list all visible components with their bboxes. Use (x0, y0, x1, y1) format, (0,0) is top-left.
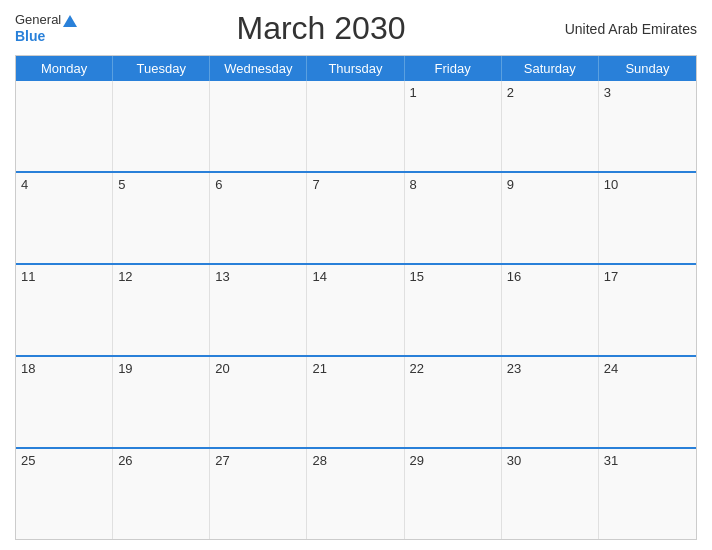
day-cell-25: 25 (16, 449, 113, 539)
header-saturday: Saturday (502, 56, 599, 81)
day-cell-empty (307, 81, 404, 171)
header-tuesday: Tuesday (113, 56, 210, 81)
day-cell-23: 23 (502, 357, 599, 447)
logo-triangle-icon (63, 15, 77, 27)
day-cell-8: 8 (405, 173, 502, 263)
day-cell-15: 15 (405, 265, 502, 355)
day-cell-empty (210, 81, 307, 171)
day-headers-row: Monday Tuesday Wednesday Thursday Friday… (16, 56, 696, 81)
day-cell-empty (16, 81, 113, 171)
day-cell-5: 5 (113, 173, 210, 263)
logo-general-text: General (15, 12, 77, 28)
day-cell-6: 6 (210, 173, 307, 263)
day-cell-24: 24 (599, 357, 696, 447)
header-thursday: Thursday (307, 56, 404, 81)
day-cell-4: 4 (16, 173, 113, 263)
day-cell-7: 7 (307, 173, 404, 263)
day-cell-14: 14 (307, 265, 404, 355)
week-row-1: 1 2 3 (16, 81, 696, 171)
day-cell-13: 13 (210, 265, 307, 355)
country-label: United Arab Emirates (565, 21, 697, 37)
header-sunday: Sunday (599, 56, 696, 81)
day-cell-31: 31 (599, 449, 696, 539)
calendar-wrapper: General Blue March 2030 United Arab Emir… (0, 0, 712, 550)
day-cell-3: 3 (599, 81, 696, 171)
day-cell-2: 2 (502, 81, 599, 171)
header-friday: Friday (405, 56, 502, 81)
day-cell-1: 1 (405, 81, 502, 171)
day-cell-20: 20 (210, 357, 307, 447)
day-cell-22: 22 (405, 357, 502, 447)
day-cell-12: 12 (113, 265, 210, 355)
calendar-title: March 2030 (77, 10, 564, 47)
day-cell-16: 16 (502, 265, 599, 355)
calendar-header: General Blue March 2030 United Arab Emir… (15, 10, 697, 47)
calendar-grid: Monday Tuesday Wednesday Thursday Friday… (15, 55, 697, 540)
header-monday: Monday (16, 56, 113, 81)
weeks-container: 1 2 3 4 5 6 7 8 9 10 11 12 13 14 15 (16, 81, 696, 539)
day-cell-19: 19 (113, 357, 210, 447)
day-cell-9: 9 (502, 173, 599, 263)
day-cell-26: 26 (113, 449, 210, 539)
day-cell-18: 18 (16, 357, 113, 447)
header-wednesday: Wednesday (210, 56, 307, 81)
logo: General Blue (15, 12, 77, 44)
day-cell-30: 30 (502, 449, 599, 539)
day-cell-29: 29 (405, 449, 502, 539)
day-cell-21: 21 (307, 357, 404, 447)
week-row-4: 18 19 20 21 22 23 24 (16, 355, 696, 447)
day-cell-17: 17 (599, 265, 696, 355)
day-cell-28: 28 (307, 449, 404, 539)
week-row-2: 4 5 6 7 8 9 10 (16, 171, 696, 263)
day-cell-empty (113, 81, 210, 171)
day-cell-10: 10 (599, 173, 696, 263)
logo-blue-text: Blue (15, 28, 77, 45)
day-cell-27: 27 (210, 449, 307, 539)
week-row-5: 25 26 27 28 29 30 31 (16, 447, 696, 539)
week-row-3: 11 12 13 14 15 16 17 (16, 263, 696, 355)
day-cell-11: 11 (16, 265, 113, 355)
